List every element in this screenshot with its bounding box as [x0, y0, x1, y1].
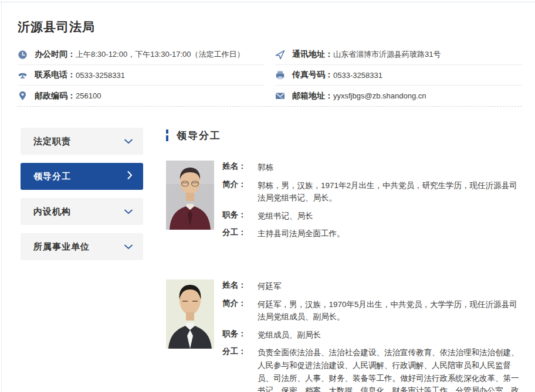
- info-row-fax: 传真号码： 0533-3258331: [275, 65, 522, 86]
- field-name: 姓名： 何廷军: [222, 280, 522, 293]
- leader-fields: 姓名： 何廷军 简介： 何廷军，男，汉族，1970年5月出生，中共党员，大学学历…: [222, 280, 522, 392]
- field-label: 职务：: [222, 210, 258, 223]
- contact-info-table: 办公时间： 上午8:30-12:00，下午13:30-17:00（法定工作日） …: [18, 45, 522, 107]
- field-label: 职务：: [222, 329, 258, 342]
- field-label: 姓名：: [222, 280, 258, 293]
- info-row-postcode: 邮政编码： 256100: [18, 86, 265, 106]
- info-value: 山东省淄博市沂源县药玻路31号: [333, 49, 441, 60]
- chevron-down-icon: [124, 241, 133, 252]
- location-pin-icon: [18, 91, 28, 101]
- info-label: 邮政编码：: [35, 91, 76, 101]
- section-title: 领导分工: [177, 129, 221, 142]
- info-label: 联系电话：: [35, 70, 76, 80]
- envelope-icon: [275, 91, 285, 101]
- field-label: 简介：: [222, 298, 258, 323]
- sidebar-item-affiliated-units[interactable]: 所属事业单位: [21, 233, 143, 260]
- field-duty: 分工： 主持县司法局全面工作。: [222, 227, 522, 240]
- info-value: 0533-3258331: [333, 71, 382, 80]
- field-post: 职务： 党组书记、局长: [222, 210, 522, 223]
- leader-card: 姓名： 何廷军 简介： 何廷军，男，汉族，1970年5月出生，中共党员，大学学历…: [166, 279, 522, 392]
- field-name: 姓名： 郭栋: [222, 161, 522, 174]
- field-value: 主持县司法局全面工作。: [258, 227, 522, 240]
- leader-card: 姓名： 郭栋 简介： 郭栋，男，汉族，1971年2月出生，中共党员，研究生学历，…: [166, 161, 522, 246]
- info-label: 传真号码：: [292, 70, 333, 80]
- chevron-down-icon: [124, 136, 133, 146]
- leader-fields: 姓名： 郭栋 简介： 郭栋，男，汉族，1971年2月出生，中共党员，研究生学历，…: [222, 161, 522, 246]
- info-row-phone: 联系电话： 0533-3258331: [18, 65, 265, 86]
- field-value: 何廷军: [258, 280, 522, 293]
- field-value: 郭栋，男，汉族，1971年2月出生，中共党员，研究生学历，现任沂源县司法局党组书…: [258, 179, 522, 204]
- field-label: 分工：: [222, 227, 258, 240]
- field-value: 党组书记、局长: [258, 210, 522, 223]
- field-intro: 简介： 郭栋，男，汉族，1971年2月出生，中共党员，研究生学历，现任沂源县司法…: [222, 179, 522, 204]
- sidebar: 法定职责 领导分工 内设机构: [21, 128, 143, 392]
- content-area: 领导分工: [166, 128, 522, 392]
- fax-icon: [275, 70, 285, 80]
- field-value: 党组成员、副局长: [258, 329, 522, 342]
- chevron-down-icon: [124, 206, 133, 217]
- field-label: 分工：: [222, 346, 258, 392]
- clock-icon: [18, 50, 28, 60]
- field-duty: 分工： 负责全面依法治县、法治社会建设、法治宣传教育、依法治理和法治创建、人民参…: [222, 346, 522, 392]
- leader-photo: [166, 279, 214, 349]
- sidebar-item-label: 内设机构: [33, 206, 71, 217]
- field-label: 姓名：: [222, 161, 258, 174]
- info-row-address: 通讯地址： 山东省淄博市沂源县药玻路31号: [275, 45, 522, 65]
- info-value: 0533-3258331: [76, 71, 125, 80]
- info-label: 通讯地址：: [292, 49, 333, 60]
- page-frame: 沂源县司法局 办公时间： 上午8:30-12:00，下午13:30-17:00（…: [0, 0, 535, 392]
- field-label: 简介：: [222, 179, 258, 204]
- chevron-right-icon: [127, 171, 133, 182]
- field-value: 郭栋: [258, 161, 522, 174]
- sidebar-item-label: 所属事业单位: [33, 241, 90, 253]
- sidebar-item-label: 法定职责: [33, 136, 71, 147]
- field-intro: 简介： 何廷军，男，汉族，1970年5月出生，中共党员，大学学历，现任沂源县司法…: [222, 298, 522, 323]
- info-row-office-hours: 办公时间： 上午8:30-12:00，下午13:30-17:00（法定工作日）: [18, 45, 265, 65]
- sidebar-item-legal-duties[interactable]: 法定职责: [21, 128, 143, 155]
- sidebar-item-internal-orgs[interactable]: 内设机构: [21, 198, 143, 225]
- navigation-icon: [275, 50, 285, 60]
- info-label: 办公时间：: [35, 49, 76, 60]
- info-label: 邮箱地址：: [292, 91, 333, 101]
- info-value: 256100: [76, 91, 101, 100]
- section-title-bar: [166, 129, 168, 141]
- sidebar-item-leadership[interactable]: 领导分工: [21, 163, 143, 190]
- leader-photo: [166, 161, 214, 230]
- phone-icon: [18, 70, 28, 80]
- field-value: 负责全面依法治县、法治社会建设、法治宣传教育、依法治理和法治创建、人民参与和促进…: [258, 346, 522, 392]
- section-header: 领导分工: [166, 128, 522, 143]
- info-row-email: 邮箱地址： yyxsfjbgs@zb.shandong.cn: [275, 86, 522, 106]
- field-post: 职务： 党组成员、副局长: [222, 329, 522, 342]
- info-value: yyxsfjbgs@zb.shandong.cn: [333, 91, 426, 100]
- info-value: 上午8:30-12:00，下午13:30-17:00（法定工作日）: [76, 49, 245, 60]
- field-value: 何廷军，男，汉族，1970年5月出生，中共党员，大学学历，现任沂源县司法局党组成…: [258, 298, 522, 323]
- page-title: 沂源县司法局: [18, 0, 522, 35]
- sidebar-item-label: 领导分工: [33, 171, 71, 182]
